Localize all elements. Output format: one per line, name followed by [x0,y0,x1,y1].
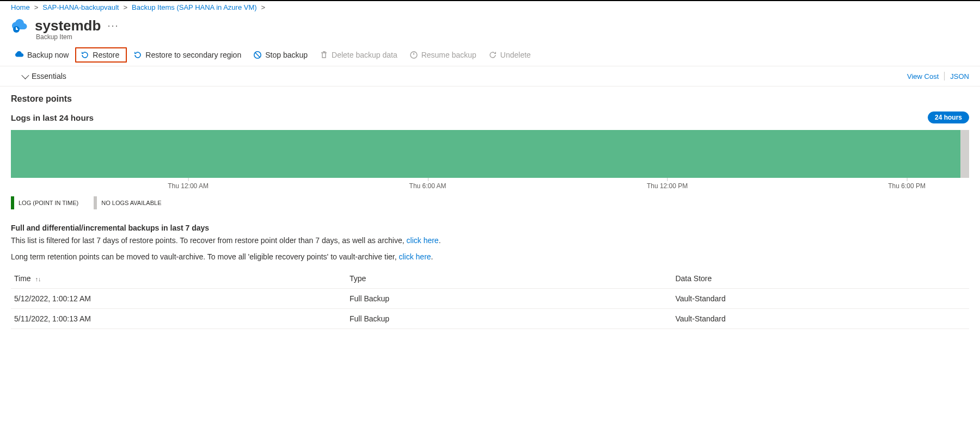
cell-time: 5/12/2022, 1:00:12 AM [11,288,346,308]
essentials-label: Essentials [32,72,66,80]
page-title: systemdb [35,17,101,34]
table-header-row: Time ↑↓ Type Data Store [11,269,969,289]
col-store[interactable]: Data Store [672,269,969,289]
view-cost-link[interactable]: View Cost [907,72,939,80]
archive-note-text: Long term retention points can be moved … [11,252,399,261]
col-time-label: Time [14,274,31,283]
cell-store: Vault-Standard [672,308,969,328]
backup-now-button[interactable]: Backup now [10,47,74,63]
archive-note: Long term retention points can be moved … [0,249,980,265]
chevron-right-icon: > [123,3,127,11]
page-subtitle: Backup Item [0,33,980,44]
chevron-down-icon [21,72,29,79]
legend-swatch-green [11,196,14,209]
restore-points-heading: Restore points [11,94,969,104]
restore-secondary-icon [133,51,142,59]
restore-icon [81,51,89,59]
divider [944,72,945,80]
chevron-right-icon: > [261,3,266,11]
cell-type: Full Backup [346,288,672,308]
stop-icon [253,51,262,59]
restore-secondary-label: Restore to secondary region [145,51,241,59]
breadcrumb-vault[interactable]: SAP-HANA-backupvault [42,3,119,11]
legend-swatch-gray [94,196,97,209]
restore-points-table: Time ↑↓ Type Data Store 5/12/2022, 1:00:… [11,269,969,329]
filter-note-link[interactable]: click here [407,236,439,245]
filter-note-text: This list is filtered for last 7 days of… [11,236,407,245]
legend-log-label: LOG (POINT IN TIME) [19,200,78,206]
legend-log: LOG (POINT IN TIME) [11,196,78,209]
sort-icon: ↑↓ [35,276,41,282]
time-range-pill[interactable]: 24 hours [928,111,969,123]
command-bar: Backup now Restore Restore to secondary … [0,44,980,66]
archive-note-link[interactable]: click here [399,252,431,261]
more-menu-button[interactable]: ··· [107,20,119,32]
cell-time: 5/11/2022, 1:00:13 AM [11,308,346,328]
full-backups-section: Full and differential/incremental backup… [0,209,980,232]
undelete-icon [488,51,497,59]
stop-backup-button[interactable]: Stop backup [248,47,313,63]
cell-type: Full Backup [346,308,672,328]
legend-none-label: NO LOGS AVAILABLE [101,200,161,206]
breadcrumb-home[interactable]: Home [11,3,30,11]
resume-backup-label: Resume backup [421,51,476,59]
resume-backup-button: Resume backup [404,47,482,63]
log-legend: LOG (POINT IN TIME) NO LOGS AVAILABLE [0,193,980,209]
col-time[interactable]: Time ↑↓ [11,269,346,289]
svg-line-2 [255,53,260,57]
page-header: systemdb ··· [0,14,980,34]
timeline-tick: Thu 6:00 PM [888,182,926,190]
logs-heading: Logs in last 24 hours [11,113,94,122]
backup-now-label: Backup now [27,51,69,59]
backup-now-icon [15,51,24,59]
essentials-toggle[interactable]: Essentials [22,72,66,80]
cell-store: Vault-Standard [672,288,969,308]
delete-backup-label: Delete backup data [332,51,397,59]
essentials-bar: Essentials View Cost JSON [0,66,980,86]
stop-backup-label: Stop backup [265,51,308,59]
undelete-label: Undelete [500,51,531,59]
json-view-link[interactable]: JSON [950,72,969,80]
restore-label: Restore [93,51,119,59]
restore-secondary-button[interactable]: Restore to secondary region [128,47,247,63]
delete-backup-button: Delete backup data [314,47,403,63]
restore-points-section: Restore points [0,86,980,104]
log-timeline-axis: Thu 12:00 AMThu 6:00 AMThu 12:00 PMThu 6… [11,179,969,193]
restore-button[interactable]: Restore [75,47,127,63]
undelete-button: Undelete [483,47,536,63]
backup-item-icon [11,17,28,34]
col-store-label: Data Store [675,274,712,283]
breadcrumb: Home > SAP-HANA-backupvault > Backup Ite… [0,1,980,14]
logs-header: Logs in last 24 hours 24 hours [0,111,980,123]
table-row[interactable]: 5/11/2022, 1:00:13 AMFull BackupVault-St… [11,308,969,328]
resume-icon [409,51,418,59]
timeline-tick: Thu 12:00 PM [647,182,688,190]
chevron-right-icon: > [34,3,39,11]
breadcrumb-items[interactable]: Backup Items (SAP HANA in Azure VM) [132,3,257,11]
log-timeline: Thu 12:00 AMThu 6:00 AMThu 12:00 PMThu 6… [0,123,980,193]
log-timeline-bar[interactable] [11,130,969,178]
legend-none: NO LOGS AVAILABLE [94,196,161,209]
timeline-tick: Thu 12:00 AM [168,182,209,190]
col-type[interactable]: Type [346,269,672,289]
col-type-label: Type [350,274,366,283]
full-backups-heading: Full and differential/incremental backup… [11,224,969,232]
delete-icon [320,51,328,59]
timeline-tick: Thu 6:00 AM [409,182,446,190]
filter-note: This list is filtered for last 7 days of… [0,232,980,249]
table-row[interactable]: 5/12/2022, 1:00:12 AMFull BackupVault-St… [11,288,969,308]
